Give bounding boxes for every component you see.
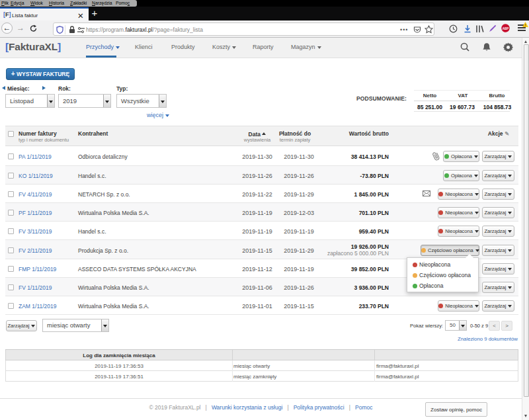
svg-text:!: ! [525,23,526,27]
svg-text:ABP: ABP [503,27,509,30]
